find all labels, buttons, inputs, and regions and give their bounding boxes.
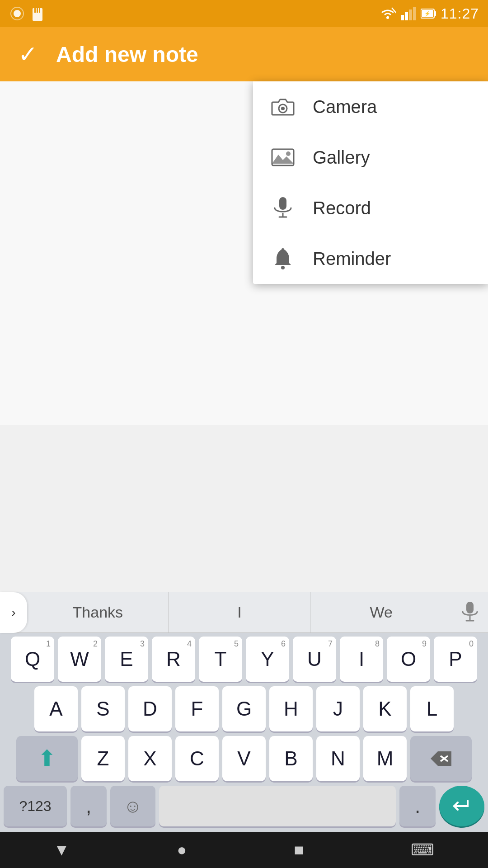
suggestion-arrow[interactable]: › bbox=[0, 592, 27, 633]
svg-rect-21 bbox=[279, 197, 286, 210]
reminder-label: Reminder bbox=[313, 249, 391, 269]
key-space[interactable] bbox=[159, 786, 396, 826]
key-j[interactable]: J bbox=[316, 686, 360, 731]
key-q[interactable]: 1Q bbox=[11, 637, 54, 682]
key-f[interactable]: F bbox=[175, 686, 219, 731]
key-row-1: 1Q 2W 3E 4R 5T 6Y 7U 8I 9O 0P bbox=[2, 637, 486, 682]
status-bar-right: ⚡ 11:27 bbox=[379, 5, 479, 22]
key-shift[interactable]: ⬆ bbox=[16, 736, 78, 781]
svg-text:⚡: ⚡ bbox=[424, 10, 431, 17]
battery-icon: ⚡ bbox=[421, 8, 436, 19]
svg-rect-5 bbox=[39, 8, 40, 13]
status-bar-left bbox=[9, 5, 44, 22]
svg-point-7 bbox=[386, 16, 389, 19]
key-t[interactable]: 5T bbox=[199, 637, 242, 682]
svg-point-20 bbox=[286, 151, 291, 156]
svg-rect-13 bbox=[434, 11, 436, 16]
key-n[interactable]: N bbox=[316, 736, 360, 781]
suggestion-thanks[interactable]: Thanks bbox=[27, 592, 169, 632]
arrow-icon: › bbox=[11, 605, 15, 620]
camera-icon bbox=[271, 95, 295, 118]
key-r[interactable]: 4R bbox=[152, 637, 195, 682]
key-s[interactable]: S bbox=[81, 686, 125, 731]
status-bar: ⚡ 11:27 bbox=[0, 0, 488, 27]
key-row-2: A S D F G H J K L bbox=[2, 686, 486, 731]
svg-point-25 bbox=[282, 248, 284, 251]
time-display: 11:27 bbox=[441, 5, 479, 22]
key-y[interactable]: 6Y bbox=[246, 637, 289, 682]
suggestion-mic[interactable] bbox=[452, 601, 488, 624]
menu-item-record[interactable]: Record bbox=[253, 183, 488, 233]
dropdown-menu: Camera Gallery bbox=[253, 81, 488, 284]
suggestion-items: Thanks I We bbox=[27, 592, 452, 632]
key-w[interactable]: 2W bbox=[58, 637, 101, 682]
check-icon[interactable]: ✓ bbox=[18, 41, 38, 68]
suggestion-we[interactable]: We bbox=[310, 592, 452, 632]
app-bar: ✓ Add new note bbox=[0, 27, 488, 81]
svg-rect-8 bbox=[401, 15, 404, 20]
wifi-icon bbox=[379, 7, 396, 20]
nav-keyboard[interactable]: ⌨ bbox=[411, 840, 434, 859]
svg-rect-3 bbox=[34, 8, 36, 13]
key-z[interactable]: Z bbox=[81, 736, 125, 781]
key-enter[interactable] bbox=[439, 786, 484, 826]
sd-card-icon bbox=[31, 5, 44, 22]
svg-marker-19 bbox=[272, 155, 294, 164]
gallery-icon bbox=[271, 146, 295, 169]
suggestion-i[interactable]: I bbox=[169, 592, 311, 632]
nav-back[interactable]: ▼ bbox=[54, 840, 70, 859]
key-h[interactable]: H bbox=[269, 686, 313, 731]
menu-item-gallery[interactable]: Gallery bbox=[253, 132, 488, 183]
key-o[interactable]: 9O bbox=[387, 637, 430, 682]
key-numbers[interactable]: ?123 bbox=[4, 786, 67, 826]
svg-rect-4 bbox=[37, 8, 38, 13]
key-v[interactable]: V bbox=[222, 736, 266, 781]
menu-item-camera[interactable]: Camera bbox=[253, 81, 488, 132]
keyboard: 1Q 2W 3E 4R 5T 6Y 7U 8I 9O 0P A S D F G … bbox=[0, 633, 488, 832]
key-comma[interactable]: , bbox=[70, 786, 107, 826]
main-content: Camera Gallery bbox=[0, 81, 488, 425]
key-i[interactable]: 8I bbox=[340, 637, 383, 682]
svg-point-0 bbox=[14, 10, 21, 17]
key-d[interactable]: D bbox=[128, 686, 172, 731]
signal-icon bbox=[401, 7, 416, 20]
key-m[interactable]: M bbox=[363, 736, 407, 781]
key-delete[interactable] bbox=[410, 736, 472, 781]
key-x[interactable]: X bbox=[128, 736, 172, 781]
emoji-icon: ☺ bbox=[124, 796, 142, 816]
nav-home[interactable]: ● bbox=[177, 840, 187, 859]
menu-item-reminder[interactable]: Reminder bbox=[253, 233, 488, 284]
record-icon bbox=[271, 196, 295, 220]
key-u[interactable]: 7U bbox=[293, 637, 336, 682]
reminder-icon bbox=[271, 247, 295, 270]
key-e[interactable]: 3E bbox=[105, 637, 148, 682]
svg-rect-11 bbox=[413, 7, 416, 20]
nav-recent[interactable]: ■ bbox=[294, 840, 304, 859]
nav-bar: ▼ ● ■ ⌨ bbox=[0, 832, 488, 868]
suggestions-bar: › Thanks I We bbox=[0, 592, 488, 633]
svg-rect-26 bbox=[466, 602, 474, 613]
camera-label: Camera bbox=[313, 97, 377, 117]
dropdown-overlay[interactable] bbox=[0, 81, 253, 425]
svg-rect-10 bbox=[409, 9, 412, 20]
key-l[interactable]: L bbox=[410, 686, 454, 731]
svg-rect-9 bbox=[405, 12, 408, 20]
svg-point-24 bbox=[281, 266, 285, 269]
key-row-bottom: ?123 , ☺ . bbox=[2, 786, 486, 826]
gallery-label: Gallery bbox=[313, 147, 370, 168]
key-row-3: ⬆ Z X C V B N M bbox=[2, 736, 486, 781]
key-p[interactable]: 0P bbox=[434, 637, 477, 682]
key-b[interactable]: B bbox=[269, 736, 313, 781]
svg-point-17 bbox=[281, 107, 285, 110]
key-g[interactable]: G bbox=[222, 686, 266, 731]
keyboard-container: › Thanks I We 1Q 2W bbox=[0, 592, 488, 832]
app-bar-title: Add new note bbox=[56, 42, 198, 67]
sun-icon bbox=[9, 5, 25, 22]
key-period[interactable]: . bbox=[399, 786, 436, 826]
key-emoji[interactable]: ☺ bbox=[110, 786, 155, 826]
key-k[interactable]: K bbox=[363, 686, 407, 731]
key-a[interactable]: A bbox=[34, 686, 78, 731]
shift-icon: ⬆ bbox=[38, 745, 56, 772]
key-c[interactable]: C bbox=[175, 736, 219, 781]
record-label: Record bbox=[313, 198, 371, 218]
